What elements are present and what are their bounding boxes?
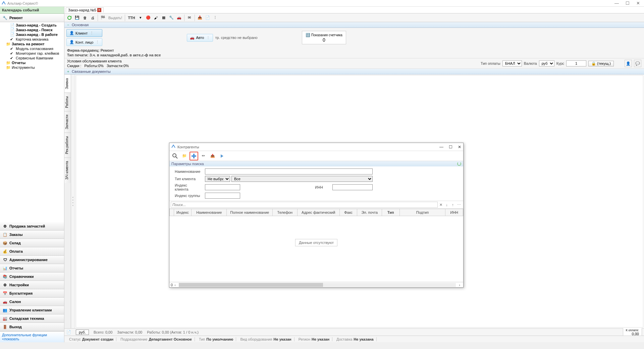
vtab-works[interactable]: Работы [64, 93, 71, 111]
search-button[interactable] [171, 152, 179, 160]
inn-input[interactable] [332, 184, 373, 190]
sidebar-item-exit[interactable]: 🚪Выход [0, 323, 64, 331]
client-index-input[interactable] [205, 184, 240, 190]
sidebar-item-salon[interactable]: 🚗Салон [0, 298, 64, 306]
refresh-button[interactable] [66, 14, 73, 21]
brush-button[interactable]: 🖌 [152, 14, 160, 21]
tree-item[interactable]: 📁Запись на ремонт [0, 42, 64, 46]
sidebar-item-parts-sale[interactable]: ⚙Продажа запчастей [0, 222, 64, 231]
vtab-request[interactable]: Заявка [64, 74, 71, 93]
import-button[interactable]: 📥 [196, 14, 204, 21]
auto-button[interactable]: 🚗 Авто ⋮ [187, 34, 213, 42]
main-section-header[interactable]: − Основная [64, 22, 644, 28]
flag-button[interactable]: 🏁 [99, 14, 107, 21]
dropdown-button[interactable]: ▾ [137, 14, 144, 21]
vtab-parts[interactable]: Запчасти [64, 111, 71, 133]
tree-item[interactable]: 📄Заказ-наряд - Создать [0, 23, 64, 28]
row-selector-header[interactable] [170, 209, 174, 216]
tab-close-icon[interactable]: ✕ [97, 8, 101, 12]
grid-search-input[interactable] [171, 202, 438, 208]
add-button[interactable] [190, 152, 198, 160]
contact-button[interactable]: 👤 Конт. лицо ⋮ [66, 38, 102, 46]
sidebar-item-orders[interactable]: 📋Заказы [0, 231, 64, 239]
column-header[interactable]: Телефон [273, 209, 298, 216]
document-tab[interactable]: Заказ-наряд №5 ✕ [66, 7, 104, 12]
print-button[interactable]: 🖨 [89, 14, 96, 21]
sidebar-item-admin[interactable]: 🛡Администрирование [0, 256, 64, 264]
vtab-rec-works[interactable]: Рек.работы [64, 133, 71, 157]
dialog-minimize-button[interactable]: — [439, 145, 443, 149]
column-header[interactable]: Подтип [399, 209, 445, 216]
column-header[interactable]: Индекс [174, 209, 192, 216]
car-button[interactable]: 🚗 [175, 14, 183, 21]
client-button[interactable]: 👤 Клиент ⋮ [66, 29, 102, 37]
user-icon-button[interactable]: 👤 [625, 60, 632, 67]
linked-docs-header[interactable]: + Связанные документы [64, 69, 644, 74]
sidebar-item-reports[interactable]: 📊Отчеты [0, 264, 64, 272]
edit-button[interactable]: ✏ [199, 152, 208, 160]
spinner-icon [457, 162, 461, 166]
column-header[interactable]: Эл. почта [357, 209, 382, 216]
column-header[interactable]: ИНН [445, 209, 463, 216]
column-header[interactable]: Наименование [192, 209, 227, 216]
column-header[interactable]: Факс [339, 209, 357, 216]
tree-item[interactable]: ✔Мониторинг гар. клеймов [0, 51, 64, 56]
tree-item[interactable]: 📄Заказ-наряд - Поиск [0, 28, 64, 32]
mail-button[interactable]: ✉ [186, 14, 193, 21]
horizontal-scrollbar[interactable] [179, 283, 456, 287]
dialog-maximize-button[interactable]: ☐ [449, 145, 452, 149]
close-button[interactable]: ✕ [636, 1, 640, 6]
maximize-button[interactable]: ☐ [626, 1, 630, 6]
dialog-close-button[interactable]: ✕ [458, 145, 461, 149]
sidebar-item-settings[interactable]: ⚙Настройки [0, 281, 64, 289]
delete-button[interactable]: 🗑 [81, 14, 89, 21]
currency-button[interactable]: руб. [76, 330, 89, 335]
sidebar-footer-link[interactable]: Дополнительные функции <показать [0, 331, 64, 342]
more-options-button[interactable]: ⋯ [456, 202, 462, 208]
more-button[interactable]: ⋮ [212, 14, 219, 21]
folder-button[interactable]: 📁 [180, 152, 189, 160]
grid-button[interactable]: ▦ [160, 14, 167, 21]
currency-select[interactable]: руб [539, 60, 554, 66]
save-button[interactable]: 💾 [73, 14, 81, 21]
tree-item[interactable]: ✔Модуль согласования [0, 46, 64, 51]
tree-item[interactable]: ✔Сервисные Кампании [0, 56, 64, 60]
ttn-label[interactable]: ТТН [126, 16, 136, 20]
next-button[interactable] [218, 152, 226, 160]
tool-button[interactable]: 🔧 [168, 14, 175, 21]
sidebar-item-warehouse[interactable]: 📦Склад [0, 239, 64, 247]
doc-button[interactable]: 📄 [204, 14, 211, 21]
sidebar-section-repair[interactable]: 🔧 Ремонт [0, 14, 64, 22]
export-button[interactable]: 📤 [208, 152, 217, 160]
sort-up-button[interactable]: ↑ [450, 202, 456, 208]
scroll-right-button[interactable]: › [457, 283, 462, 287]
minimize-button[interactable]: — [614, 1, 619, 6]
column-header[interactable]: Тип [382, 209, 400, 216]
tree-item[interactable]: ✔Карточка механика [0, 37, 64, 42]
check-icon: ✔ [10, 37, 15, 41]
sidebar-item-warehouse-tech[interactable]: 🏭Складская техника [0, 314, 64, 323]
column-header[interactable]: Адрес фактический [297, 209, 339, 216]
group-index-input[interactable] [205, 193, 240, 199]
sort-down-button[interactable]: ↓ [444, 202, 450, 208]
arrow-left-icon[interactable]: ‹ [72, 204, 73, 207]
sidebar-item-accounting[interactable]: 📅Бухгалтерия [0, 289, 64, 298]
tree-item[interactable]: 📁Отчеты [0, 60, 64, 65]
rate-input[interactable] [566, 60, 586, 66]
scroll-left-button[interactable]: ‹ [173, 283, 177, 287]
color-button[interactable]: 🔴 [145, 14, 152, 21]
sidebar-item-reference[interactable]: 📚Справочники [0, 272, 64, 281]
column-header[interactable]: Полное наименование [227, 209, 273, 216]
vtab-client-parts[interactable]: З/Ч клиента [64, 157, 71, 183]
name-input[interactable] [205, 168, 373, 174]
client-type-all-select[interactable]: Все [231, 176, 373, 182]
current-rate-button[interactable]: 🔒 (текущ.) [588, 61, 614, 66]
tree-item[interactable]: 📁Инструменты [0, 65, 64, 70]
sidebar-item-payment[interactable]: 💰Оплата [0, 247, 64, 256]
clear-search-button[interactable]: ✕ [438, 202, 444, 208]
sidebar-item-crm[interactable]: 👥Управление клиентами [0, 306, 64, 314]
tree-item[interactable]: 📄Заказ-наряд - В работе [0, 32, 64, 37]
client-type-select[interactable]: Не выбран [205, 176, 230, 182]
chat-icon-button[interactable]: 💬 [634, 60, 641, 67]
payment-type-select[interactable]: БНАЛ [502, 60, 522, 66]
